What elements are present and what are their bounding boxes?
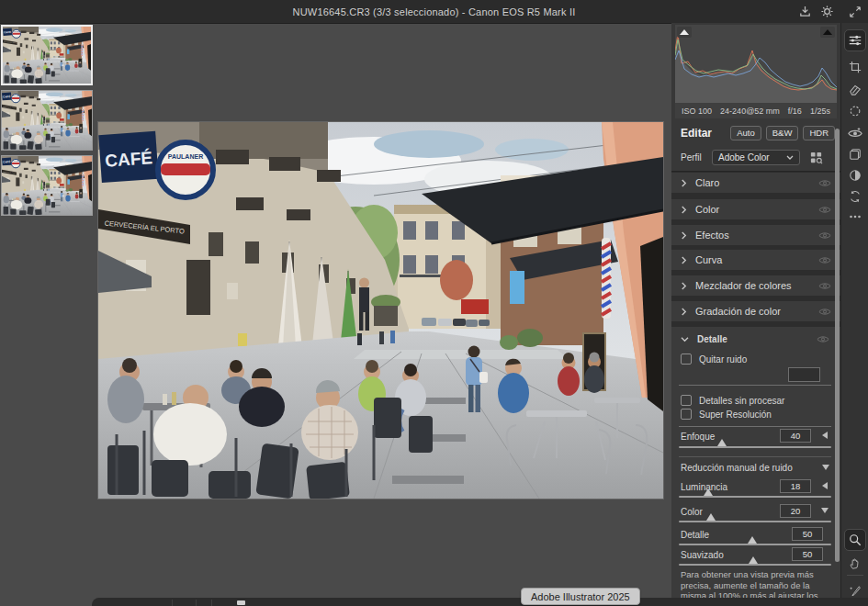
section-label: Gradación de color [695,306,818,317]
denoise-label: Quitar ruido [699,354,747,365]
luminance-slider-thumb[interactable] [704,488,713,496]
tool-bar [840,23,868,606]
zoom-tool-icon[interactable] [845,530,865,550]
profile-select[interactable]: Adobe Color [712,150,800,165]
eye-icon[interactable] [818,256,831,264]
hand-tool-icon[interactable] [845,554,865,574]
exif-shutter: 1/25s [810,107,830,116]
bw-button[interactable]: B&W [766,126,799,140]
super-resolution-checkbox[interactable] [681,409,692,420]
more-options-icon[interactable] [845,207,865,227]
sharpen-collapse-arrow[interactable] [822,432,828,439]
color-nr-value[interactable]: 20 [780,504,811,518]
eye-icon[interactable] [818,308,831,316]
title-bar: NUW16645.CR3 (3/3 seleccionado) - Canon … [0,0,868,24]
section-label: Detalle [697,334,817,344]
chevron-right-icon [681,231,687,240]
red-eye-tool-icon[interactable] [845,122,865,142]
shadow-clipping-indicator[interactable] [677,27,692,38]
filmstrip-thumbnail-2[interactable] [1,90,93,151]
section-label: Claro [695,177,818,188]
detail-slider-label: Detalle [681,530,709,540]
fullscreen-icon[interactable] [847,4,862,19]
smoothing-slider[interactable] [679,564,831,566]
color-nr-collapse-arrow[interactable] [821,508,829,513]
divider [679,385,831,386]
versions-icon[interactable] [845,144,865,164]
sharpen-slider[interactable] [679,446,831,448]
super-resolution-label: Super Resolución [699,410,772,420]
manual-nr-title: Reducción manual de ruido [681,463,822,473]
chevron-down-icon [786,155,794,160]
eye-icon[interactable] [817,335,829,343]
hdr-button[interactable]: HDR [803,126,835,140]
filmstrip-thumbnail-3[interactable] [1,155,93,216]
profile-browser-icon[interactable] [809,151,823,164]
eye-icon[interactable] [818,179,831,187]
dock-app-icon [237,600,245,605]
section-header-mezclador[interactable]: Mezclador de colores [671,275,840,296]
auto-button[interactable]: Auto [730,126,761,140]
detail-slider-thumb[interactable] [748,536,757,544]
exif-aperture: f/16 [788,107,802,116]
profile-value: Adobe Color [718,152,786,163]
divider [679,426,831,427]
luminance-collapse-arrow[interactable] [822,482,828,489]
sharpen-value[interactable]: 40 [780,429,811,443]
filmstrip-thumbnail-1[interactable] [1,25,93,85]
eye-icon[interactable] [818,231,831,240]
luminance-slider[interactable] [679,496,831,498]
section-header-curva[interactable]: Curva [671,250,840,270]
chevron-right-icon [681,256,687,264]
profile-label: Perfil [681,152,712,163]
panel-scrollbar[interactable] [835,129,840,562]
healing-tool-icon[interactable] [845,79,865,99]
chevron-right-icon [681,179,687,187]
histogram[interactable] [675,25,837,103]
edit-panel: ISO 100 24-240@52 mm f/16 1/25s Editar A… [671,23,840,606]
settings-gear-icon[interactable] [819,4,835,19]
smoothing-slider-thumb[interactable] [749,556,758,564]
chevron-right-icon [681,282,687,290]
color-nr-slider-thumb[interactable] [706,513,716,521]
section-header-gradacion[interactable]: Gradación de color [671,301,840,321]
color-nr-label: Color [681,507,703,517]
eye-icon[interactable] [818,282,831,290]
section-header-color[interactable]: Color [671,199,840,219]
section-label: Color [695,204,818,215]
eye-icon[interactable] [818,206,831,214]
section-label: Efectos [695,230,818,241]
dock-strip [92,598,868,606]
section-header-efectos[interactable]: Efectos [671,225,840,245]
refresh-icon[interactable] [845,186,865,207]
smoothing-value[interactable]: 50 [792,547,823,561]
toolbar-divider [847,575,863,576]
detail-slider-value[interactable]: 50 [792,527,823,541]
window-title: NUW16645.CR3 (3/3 seleccionado) - Canon … [293,6,576,17]
sharpen-slider-thumb[interactable] [717,439,727,446]
sharpen-label: Enfoque [681,432,715,442]
raw-details-checkbox[interactable] [681,395,692,406]
histogram-block: ISO 100 24-240@52 mm f/16 1/25s Editar A… [671,23,840,172]
chevron-down-icon [681,336,689,342]
exif-iso: ISO 100 [682,107,712,116]
masking-tool-icon[interactable] [845,101,865,121]
exif-info-bar: ISO 100 24-240@52 mm f/16 1/25s [675,103,837,118]
section-label: Mezclador de colores [695,280,818,291]
chevron-right-icon [681,206,687,214]
detail-slider[interactable] [679,544,831,545]
luminance-value[interactable]: 18 [780,479,811,493]
highlight-clipping-indicator[interactable] [820,27,835,38]
main-photo-preview[interactable] [98,122,663,499]
section-header-detalle[interactable]: Detalle [681,331,829,347]
dock-tooltip: Adobe Illustrator 2025 [521,588,640,605]
section-header-claro[interactable]: Claro [671,173,840,193]
crop-tool-icon[interactable] [845,57,865,77]
denoise-checkbox[interactable] [681,354,692,365]
export-icon[interactable] [797,4,813,19]
denoise-amount-field[interactable] [788,367,820,382]
edit-tool-icon[interactable] [845,30,865,50]
color-nr-slider[interactable] [679,521,831,522]
presets-icon[interactable] [845,165,865,185]
manual-nr-collapse-arrow[interactable] [822,465,829,470]
